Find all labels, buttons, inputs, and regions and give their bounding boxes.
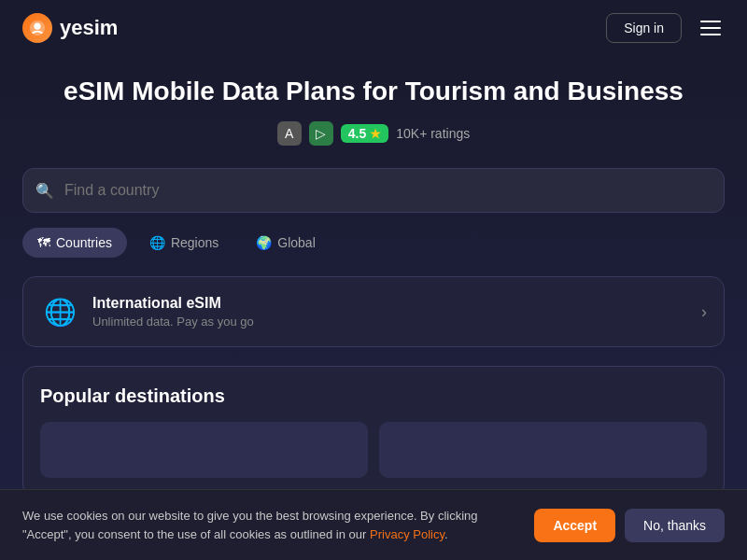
regions-tab-label: Regions	[171, 235, 218, 250]
header: yesim Sign in	[0, 0, 747, 56]
ratings-count: 10K+ ratings	[396, 126, 470, 141]
search-input[interactable]	[22, 168, 725, 213]
cookie-banner: We use cookies on our website to give yo…	[0, 489, 747, 560]
cookie-text: We use cookies on our website to give yo…	[22, 507, 515, 543]
logo: yesim	[22, 13, 118, 43]
privacy-policy-link[interactable]: Privacy Policy	[370, 527, 444, 541]
accept-button[interactable]: Accept	[534, 509, 615, 542]
search-container: 🔍	[22, 168, 725, 213]
countries-tab-label: Countries	[56, 235, 112, 250]
international-esim-card[interactable]: 🌐 International eSIM Unlimited data. Pay…	[22, 276, 725, 347]
ratings-row: A ▷ 4.5 ★ 10K+ ratings	[22, 121, 725, 146]
hamburger-line-2	[700, 27, 721, 29]
sign-in-button[interactable]: Sign in	[606, 13, 682, 43]
regions-tab-icon: 🌐	[149, 235, 165, 250]
apple-icon: A	[285, 126, 293, 141]
destination-item-2[interactable]	[379, 422, 707, 478]
svg-point-1	[34, 23, 40, 30]
globe-icon: 🌐	[40, 292, 79, 331]
star-icon: ★	[370, 127, 381, 141]
hamburger-line-3	[700, 34, 721, 35]
tab-regions[interactable]: 🌐 Regions	[134, 228, 233, 258]
apple-store-badge[interactable]: A	[277, 121, 302, 146]
global-tab-icon: 🌍	[256, 235, 272, 250]
hamburger-line-1	[700, 21, 721, 22]
logo-icon	[22, 13, 52, 43]
play-icon: ▷	[316, 126, 326, 141]
search-icon: 🔍	[35, 182, 54, 200]
cookie-period: .	[444, 527, 448, 541]
esim-card-text: International eSIM Unlimited data. Pay a…	[92, 295, 254, 329]
popular-destinations-title: Popular destinations	[40, 385, 707, 407]
cookie-buttons: Accept No, thanks	[534, 509, 725, 542]
countries-tab-icon: 🗺	[37, 235, 50, 250]
chevron-right-icon: ›	[701, 302, 707, 322]
main-content: eSIM Mobile Data Plans for Tourism and B…	[0, 56, 747, 497]
tabs-row: 🗺 Countries 🌐 Regions 🌍 Global	[22, 228, 725, 258]
tab-countries[interactable]: 🗺 Countries	[22, 228, 127, 258]
hero-title: eSIM Mobile Data Plans for Tourism and B…	[22, 75, 725, 108]
esim-card-left: 🌐 International eSIM Unlimited data. Pay…	[40, 292, 254, 331]
google-play-badge[interactable]: ▷	[309, 121, 333, 146]
destinations-grid	[40, 422, 707, 478]
global-tab-label: Global	[277, 235, 315, 250]
tab-global[interactable]: 🌍 Global	[241, 228, 330, 258]
rating-badge: 4.5 ★	[341, 124, 388, 143]
esim-title: International eSIM	[92, 295, 254, 312]
rating-value: 4.5	[348, 126, 366, 141]
no-thanks-button[interactable]: No, thanks	[625, 509, 725, 542]
destination-item-1[interactable]	[40, 422, 368, 478]
menu-button[interactable]	[697, 17, 725, 39]
header-right: Sign in	[606, 13, 725, 43]
logo-text: yesim	[60, 16, 118, 40]
popular-destinations-card: Popular destinations	[22, 366, 725, 497]
esim-subtitle: Unlimited data. Pay as you go	[92, 315, 254, 329]
